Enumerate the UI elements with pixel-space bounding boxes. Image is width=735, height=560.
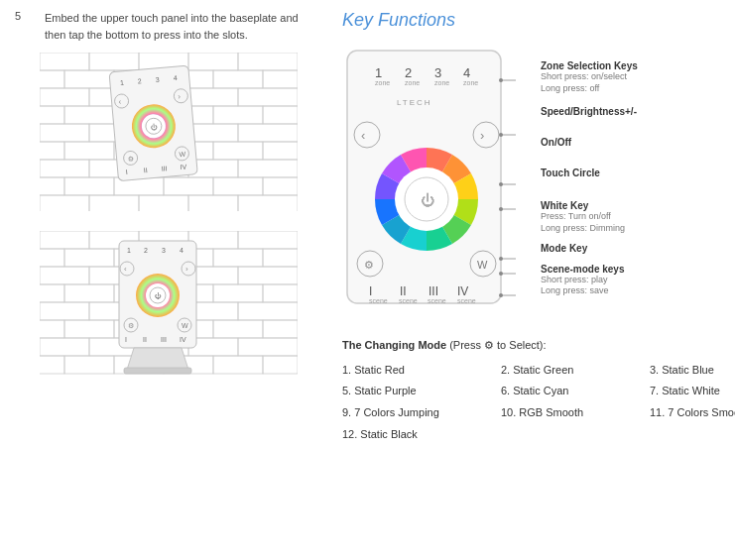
svg-text:1: 1 xyxy=(375,65,382,80)
annotation-zone-selection: Zone Selection Keys Short press: on/sele… xyxy=(541,60,735,94)
svg-rect-32 xyxy=(263,142,298,160)
svg-text:3: 3 xyxy=(434,65,441,80)
svg-text:W: W xyxy=(477,259,488,271)
svg-rect-17 xyxy=(64,106,114,124)
svg-text:‹: ‹ xyxy=(361,128,365,143)
svg-rect-39 xyxy=(64,177,114,195)
svg-rect-112 xyxy=(213,356,263,374)
mode-item-1: 1. Static Red xyxy=(342,361,501,380)
mode-item-2: 2. Static Green xyxy=(501,361,650,380)
svg-text:zone: zone xyxy=(434,79,449,86)
svg-text:III: III xyxy=(429,284,438,298)
svg-text:I: I xyxy=(369,284,372,298)
svg-text:›: › xyxy=(480,128,484,143)
svg-rect-27 xyxy=(40,142,64,160)
svg-rect-44 xyxy=(40,195,89,211)
key-functions-area: 1 zone 2 zone 3 zone 4 zone LTECH ‹ › xyxy=(342,46,735,316)
svg-rect-102 xyxy=(263,320,298,338)
mode-item-9: 9. 7 Colors Jumping xyxy=(342,403,501,422)
changing-mode-title: The Changing Mode (Press ⚙ to Select): xyxy=(342,336,735,355)
svg-rect-45 xyxy=(89,195,139,211)
svg-text:2: 2 xyxy=(405,65,412,80)
svg-rect-15 xyxy=(238,88,298,106)
svg-text:4: 4 xyxy=(180,247,184,254)
svg-rect-10 xyxy=(263,70,298,88)
svg-text:I: I xyxy=(125,336,127,343)
svg-text:⏻: ⏻ xyxy=(421,192,434,208)
svg-rect-101 xyxy=(213,320,263,338)
annotation-mode-key: Mode Key xyxy=(541,243,735,254)
svg-text:⚙: ⚙ xyxy=(364,259,374,271)
svg-rect-108 xyxy=(40,356,64,374)
svg-rect-20 xyxy=(213,106,263,124)
svg-text:LTECH: LTECH xyxy=(397,98,432,107)
svg-text:2: 2 xyxy=(144,247,148,254)
svg-point-169 xyxy=(499,133,503,137)
svg-text:II: II xyxy=(143,336,147,343)
svg-text:IV: IV xyxy=(457,284,468,298)
svg-rect-3 xyxy=(188,53,238,70)
mode-item-5: 5. Static Purple xyxy=(342,382,501,400)
svg-rect-4 xyxy=(238,53,298,70)
svg-rect-97 xyxy=(40,320,64,338)
svg-text:4: 4 xyxy=(463,65,470,80)
svg-text:scene: scene xyxy=(428,297,446,304)
svg-text:III: III xyxy=(161,165,167,171)
svg-rect-48 xyxy=(238,195,298,211)
svg-rect-75 xyxy=(40,249,64,267)
svg-point-173 xyxy=(499,207,503,211)
svg-rect-6 xyxy=(64,70,114,88)
annotation-touch-circle: Touch Circle xyxy=(541,168,735,178)
svg-rect-136 xyxy=(124,368,191,374)
svg-rect-79 xyxy=(213,249,263,267)
mode-item-12-label: 12. Static Black xyxy=(342,428,418,440)
mode-item-3: 3. Static Blue xyxy=(650,361,735,380)
svg-text:⚙: ⚙ xyxy=(127,155,134,162)
svg-rect-1 xyxy=(89,53,139,70)
svg-rect-14 xyxy=(188,88,238,106)
svg-rect-113 xyxy=(263,356,298,374)
svg-rect-87 xyxy=(64,284,114,302)
svg-text:4: 4 xyxy=(173,74,178,81)
annotations-list: Zone Selection Keys Short press: on/sele… xyxy=(536,60,735,297)
svg-rect-31 xyxy=(213,142,263,160)
svg-text:W: W xyxy=(179,151,186,159)
mode-last-row: 12. Static Black xyxy=(342,425,735,444)
svg-rect-91 xyxy=(263,284,298,302)
svg-rect-70 xyxy=(40,231,89,249)
annotation-speed-brightness: Speed/Brightness+/- xyxy=(541,106,735,117)
right-panel: Key Functions 1 zone 2 zone 3 zone 4 zon… xyxy=(332,10,735,443)
mode-item-6: 6. Static Cyan xyxy=(501,382,650,400)
svg-rect-92 xyxy=(40,302,89,320)
svg-text:zone: zone xyxy=(405,79,420,86)
section-title: Key Functions xyxy=(342,10,735,31)
svg-rect-109 xyxy=(64,356,114,374)
svg-rect-107 xyxy=(238,338,298,356)
svg-rect-25 xyxy=(188,124,238,142)
svg-rect-0 xyxy=(40,53,89,70)
svg-text:1: 1 xyxy=(127,247,131,254)
svg-rect-22 xyxy=(40,124,89,142)
svg-text:scene: scene xyxy=(399,297,418,304)
step-description: Embed the upper touch panel into the bas… xyxy=(45,10,322,43)
annotation-scene-mode: Scene-mode keys Short press: playLong pr… xyxy=(541,264,735,297)
svg-text:III: III xyxy=(161,336,167,343)
mode-item-7: 7. Static White xyxy=(650,382,735,400)
svg-rect-98 xyxy=(64,320,114,338)
mode-item-10: 10. RGB Smooth xyxy=(501,403,650,422)
svg-text:scene: scene xyxy=(369,297,388,304)
svg-text:1: 1 xyxy=(120,79,125,86)
svg-text:‹: ‹ xyxy=(124,265,127,274)
device-illustrations: 1 2 3 4 ‹ › ⏻ xyxy=(15,53,322,385)
svg-text:zone: zone xyxy=(463,79,478,86)
svg-rect-103 xyxy=(40,338,89,356)
svg-rect-42 xyxy=(213,177,263,195)
svg-point-179 xyxy=(499,293,503,297)
step-number: 5 xyxy=(15,10,21,22)
svg-text:2: 2 xyxy=(138,77,143,84)
svg-rect-81 xyxy=(40,267,89,284)
svg-text:W: W xyxy=(182,322,188,329)
annotation-on-off: On/Off xyxy=(541,137,735,148)
svg-rect-46 xyxy=(139,195,188,211)
svg-text:⏻: ⏻ xyxy=(151,123,159,131)
